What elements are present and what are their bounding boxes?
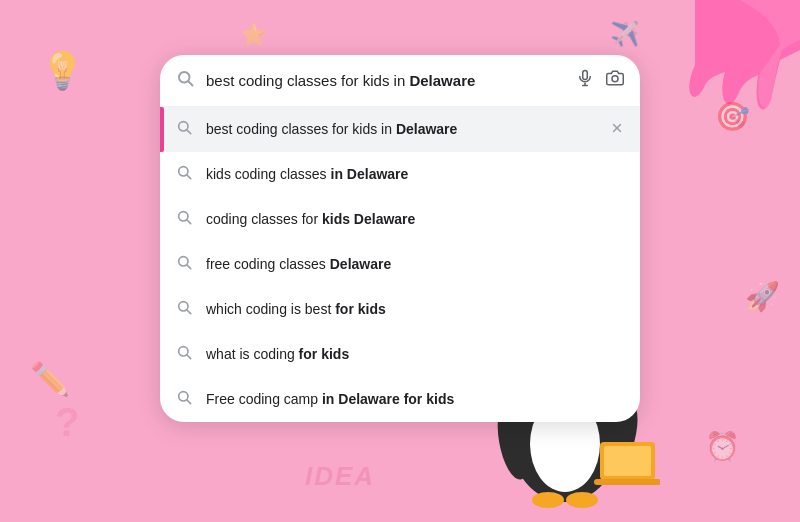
svg-line-17 <box>187 310 191 314</box>
idea-label: IDEA <box>305 461 375 492</box>
row-search-icon-5 <box>176 299 192 320</box>
svg-point-41 <box>532 492 564 508</box>
row-search-icon-2 <box>176 164 192 185</box>
svg-line-11 <box>187 175 191 179</box>
svg-line-19 <box>187 355 191 359</box>
suggestion-text-1: best coding classes for kids in Delaware <box>206 120 457 140</box>
svg-line-13 <box>187 220 191 224</box>
suggestion-row-3[interactable]: coding classes for kids Delaware <box>160 197 640 242</box>
camera-icon[interactable] <box>606 69 624 92</box>
suggestion-text-4: free coding classes Delaware <box>206 255 391 275</box>
svg-rect-40 <box>594 479 660 485</box>
main-content: best coding classes for kids in Delaware <box>0 0 800 422</box>
suggestion-row-5[interactable]: which coding is best for kids <box>160 287 640 332</box>
search-bar[interactable]: best coding classes for kids in Delaware <box>160 55 640 107</box>
suggestion-row-1[interactable]: best coding classes for kids in Delaware <box>160 107 640 152</box>
suggestion-text-5: which coding is best for kids <box>206 300 386 320</box>
row-search-icon-7 <box>176 389 192 410</box>
svg-rect-2 <box>583 71 588 80</box>
svg-point-5 <box>612 76 618 82</box>
svg-point-42 <box>566 492 598 508</box>
suggestion-row-7[interactable]: Free coding camp in Delaware for kids <box>160 377 640 422</box>
row-search-icon-3 <box>176 209 192 230</box>
suggestion-row-6[interactable]: what is coding for kids <box>160 332 640 377</box>
row-search-icon-1 <box>176 119 192 140</box>
search-text-bold: Delaware <box>409 72 475 89</box>
svg-line-21 <box>187 400 191 404</box>
row-search-icon-6 <box>176 344 192 365</box>
svg-line-15 <box>187 265 191 269</box>
microphone-icon[interactable] <box>576 69 594 92</box>
search-text-normal: best coding classes for kids in <box>206 72 409 89</box>
close-icon-1[interactable] <box>610 121 624 139</box>
suggestion-text-3: coding classes for kids Delaware <box>206 210 415 230</box>
suggestion-text-2: kids coding classes in Delaware <box>206 165 408 185</box>
suggestion-text-6: what is coding for kids <box>206 345 349 365</box>
suggestion-text-7: Free coding camp in Delaware for kids <box>206 390 454 410</box>
search-icon-main <box>176 69 194 92</box>
search-card: best coding classes for kids in Delaware <box>160 55 640 422</box>
svg-rect-39 <box>604 446 651 476</box>
search-input-display: best coding classes for kids in Delaware <box>206 70 564 91</box>
suggestion-row-2[interactable]: kids coding classes in Delaware <box>160 152 640 197</box>
row-search-icon-4 <box>176 254 192 275</box>
svg-line-1 <box>188 81 192 85</box>
svg-line-7 <box>187 130 191 134</box>
suggestion-row-4[interactable]: free coding classes Delaware <box>160 242 640 287</box>
